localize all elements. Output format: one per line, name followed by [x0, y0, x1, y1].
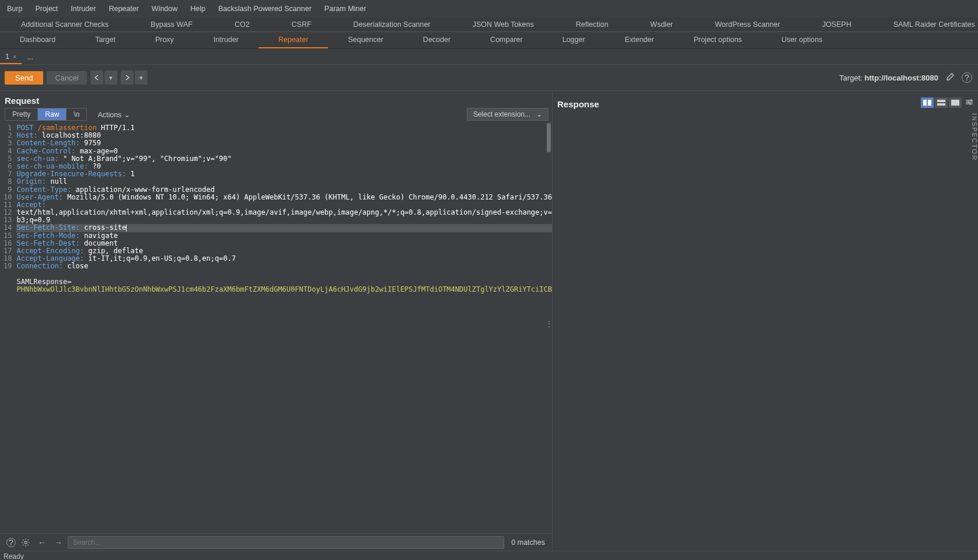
pane-divider-handle[interactable]: ⋮: [546, 320, 552, 328]
tool-tab-dashboard[interactable]: Dashboard: [0, 32, 75, 48]
history-back-group: ▾: [90, 71, 117, 85]
request-format-bar: Pretty Raw \n Actions ⌄ Select extension…: [0, 108, 552, 123]
response-options-icon[interactable]: [965, 98, 973, 108]
menu-backslash-powered-scanner[interactable]: Backslash Powered Scanner: [217, 2, 313, 15]
tool-tab-sequencer[interactable]: Sequencer: [328, 32, 403, 48]
svg-rect-7: [967, 101, 969, 103]
edit-target-icon[interactable]: [945, 72, 955, 83]
action-bar: Send Cancel ▾ ▾ Target: http://localhost…: [0, 65, 978, 91]
target-label: Target: http://localhost:8080: [839, 74, 938, 82]
status-bar: Ready: [0, 551, 978, 560]
editor-scrollbar[interactable]: [547, 123, 551, 152]
request-pane: Request Pretty Raw \n Actions ⌄ Select e…: [0, 91, 553, 551]
svg-rect-6: [970, 99, 972, 101]
svg-rect-1: [923, 100, 927, 106]
tool-tab-target[interactable]: Target: [75, 32, 135, 48]
select-extension-dropdown[interactable]: Select extension... ⌄: [467, 108, 549, 121]
format-segmented-control: Pretty Raw \n: [5, 108, 87, 121]
tool-tab-comparer[interactable]: Comparer: [470, 32, 543, 48]
subtab-ellipsis: ...: [27, 53, 33, 61]
menu-help[interactable]: Help: [189, 2, 207, 15]
request-footer-bar: ? ← → 0 matches: [0, 533, 552, 551]
ext-tab-additional-scanner-checks[interactable]: Additional Scanner Checks: [0, 18, 130, 32]
svg-rect-4: [937, 103, 945, 106]
search-next-icon[interactable]: →: [51, 536, 65, 550]
tool-tab-decoder[interactable]: Decoder: [403, 32, 470, 48]
menu-repeater[interactable]: Repeater: [107, 2, 139, 15]
history-forward-button[interactable]: [121, 71, 134, 85]
layout-toggle-group: [921, 97, 962, 108]
tool-tab-user-options[interactable]: User options: [762, 32, 842, 48]
tool-tab-intruder[interactable]: Intruder: [194, 32, 259, 48]
tool-tab-logger[interactable]: Logger: [543, 32, 605, 48]
svg-rect-2: [928, 100, 931, 106]
format-raw[interactable]: Raw: [38, 108, 67, 120]
app-menu-bar: BurpProjectIntruderRepeaterWindowHelpBac…: [0, 0, 978, 18]
extension-tab-strip: Additional Scanner ChecksBypass WAFCO2CS…: [0, 18, 978, 32]
layout-combined[interactable]: [949, 97, 962, 108]
response-pane: Response INSPECTOR: [553, 91, 978, 551]
svg-point-0: [25, 541, 27, 543]
menu-param-miner[interactable]: Param Miner: [323, 2, 368, 15]
actions-dropdown[interactable]: Actions ⌄: [94, 108, 133, 121]
svg-rect-3: [937, 100, 945, 102]
menu-project[interactable]: Project: [34, 2, 59, 15]
ext-tab-json-web-tokens[interactable]: JSON Web Tokens: [452, 18, 555, 32]
close-icon[interactable]: ×: [13, 53, 16, 60]
target-label-text: Target:: [839, 74, 864, 82]
line-gutter: 1 2 3 4 5 6 7 8 9 10 11 12 13 14 15 16 1…: [0, 123, 14, 533]
ext-tab-wsdler[interactable]: Wsdler: [629, 18, 694, 32]
history-fwd-group: ▾: [121, 71, 148, 85]
help-icon[interactable]: ?: [962, 72, 972, 83]
repeater-subtab-new[interactable]: ...: [22, 50, 38, 64]
tool-tab-project-options[interactable]: Project options: [674, 32, 762, 48]
svg-rect-5: [951, 100, 959, 106]
request-pane-title: Request: [0, 91, 552, 108]
send-button[interactable]: Send: [5, 71, 43, 85]
history-back-menu[interactable]: ▾: [104, 71, 117, 85]
format-pretty[interactable]: Pretty: [5, 108, 38, 120]
svg-rect-8: [969, 103, 971, 104]
search-match-count: 0 matches: [507, 538, 550, 547]
chevron-down-icon: ⌄: [124, 111, 130, 119]
layout-split-rows[interactable]: [935, 97, 948, 108]
ext-tab-co2[interactable]: CO2: [214, 18, 271, 32]
settings-footer-icon[interactable]: [19, 536, 33, 550]
response-header-row: Response: [553, 91, 978, 112]
ext-tab-reflection[interactable]: Reflection: [555, 18, 630, 32]
cancel-button[interactable]: Cancel: [47, 71, 86, 85]
search-prev-icon[interactable]: ←: [35, 536, 49, 550]
target-url: http://localhost:8080: [865, 74, 938, 82]
format-newline[interactable]: \n: [67, 108, 86, 120]
repeater-subtab-1[interactable]: 1 ×: [0, 50, 22, 64]
request-response-split: Request Pretty Raw \n Actions ⌄ Select e…: [0, 91, 978, 551]
ext-sel-label: Select extension...: [473, 110, 530, 118]
layout-split-columns[interactable]: [921, 97, 934, 108]
menu-window[interactable]: Window: [151, 2, 179, 15]
tool-tab-proxy[interactable]: Proxy: [135, 32, 194, 48]
help-footer-icon[interactable]: ?: [2, 536, 16, 550]
request-editor[interactable]: 1 2 3 4 5 6 7 8 9 10 11 12 13 14 15 16 1…: [0, 123, 552, 533]
menu-burp[interactable]: Burp: [6, 2, 23, 15]
request-code-area[interactable]: POST /samlassertion HTTP/1.1 Host: local…: [14, 123, 552, 533]
inspector-sidebar-tab[interactable]: INSPECTOR: [969, 108, 978, 166]
repeater-subtab-strip: 1 × ...: [0, 49, 978, 65]
tool-tab-extender[interactable]: Extender: [605, 32, 674, 48]
tool-tab-strip: DashboardTargetProxyIntruderRepeaterSequ…: [0, 32, 978, 49]
tool-tab-repeater[interactable]: Repeater: [259, 32, 328, 48]
ext-tab-wordpress-scanner[interactable]: WordPress Scanner: [694, 18, 801, 32]
ext-tab-csrf[interactable]: CSRF: [271, 18, 333, 32]
subtab-label: 1: [5, 52, 9, 61]
search-input[interactable]: [68, 536, 504, 549]
menu-intruder[interactable]: Intruder: [69, 2, 97, 15]
actions-label: Actions: [97, 111, 121, 119]
response-pane-title: Response: [557, 94, 604, 111]
ext-tab-bypass-waf[interactable]: Bypass WAF: [130, 18, 214, 32]
ext-tab-deserialization-scanner[interactable]: Deserialization Scanner: [333, 18, 452, 32]
ext-tab-joseph[interactable]: JOSEPH: [801, 18, 872, 32]
history-back-button[interactable]: [90, 71, 103, 85]
history-forward-menu[interactable]: ▾: [135, 71, 148, 85]
ext-tab-saml-raider-certificates[interactable]: SAML Raider Certificates: [872, 18, 978, 32]
